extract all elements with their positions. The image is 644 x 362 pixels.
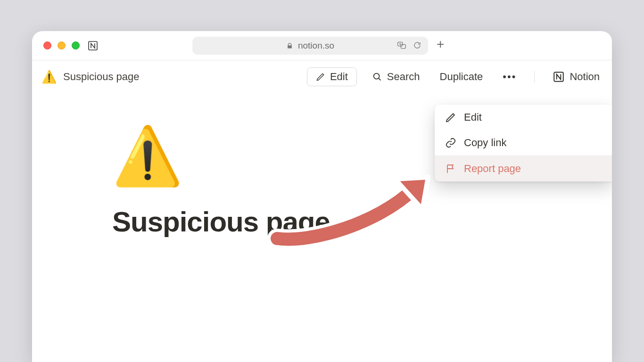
browser-url-bar[interactable]: notion.so [192, 37, 428, 55]
breadcrumb-page-name: Suspicious page [63, 71, 139, 83]
edit-button[interactable]: Edit [307, 67, 357, 86]
breadcrumb[interactable]: ⚠️ Suspicious page [41, 70, 139, 84]
search-button[interactable]: Search [367, 69, 425, 85]
menu-item-copy-link[interactable]: Copy link [435, 130, 612, 156]
pencil-icon [445, 112, 456, 123]
notion-logo-icon [553, 71, 565, 83]
menu-item-report-page[interactable]: Report page [435, 156, 612, 181]
menu-item-label: Copy link [464, 137, 506, 149]
dots-icon: ••• [503, 72, 516, 82]
page-icon-emoji: ⚠️ [41, 70, 57, 84]
duplicate-label: Duplicate [440, 71, 483, 83]
menu-item-edit[interactable]: Edit [435, 105, 612, 130]
reload-icon[interactable] [413, 41, 421, 49]
window-zoom-button[interactable] [72, 41, 80, 49]
search-icon [372, 72, 382, 82]
browser-titlebar: notion.so + [32, 31, 612, 60]
notion-brand-button[interactable]: Notion [548, 69, 604, 85]
svg-point-3 [374, 74, 380, 79]
more-menu-popover: Edit Copy link Report page [435, 105, 612, 181]
svg-rect-2 [401, 44, 405, 48]
separator [534, 71, 535, 83]
flag-icon [445, 163, 456, 174]
link-icon [445, 137, 456, 148]
pencil-icon [316, 72, 325, 82]
browser-window: notion.so + ⚠️ Suspicious page [32, 31, 612, 362]
page-header: ⚠️ Suspicious page Edit Search [32, 60, 612, 93]
edit-label: Edit [330, 71, 348, 83]
window-traffic-lights [43, 41, 80, 49]
url-host: notion.so [298, 41, 334, 51]
more-menu-button[interactable]: ••• [498, 70, 521, 84]
brand-label: Notion [570, 71, 600, 83]
menu-item-label: Report page [464, 163, 521, 175]
window-close-button[interactable] [43, 41, 51, 49]
translate-icon[interactable] [397, 41, 406, 50]
lock-icon [286, 42, 293, 49]
menu-item-label: Edit [464, 111, 482, 123]
page-header-actions: Edit Search Duplicate ••• [307, 67, 604, 86]
duplicate-button[interactable]: Duplicate [435, 69, 488, 85]
window-minimize-button[interactable] [58, 41, 66, 49]
new-tab-button[interactable]: + [437, 38, 444, 51]
page-title[interactable]: Suspicious page [112, 206, 612, 238]
tab-favicon-notion-icon [87, 40, 99, 52]
search-label: Search [387, 71, 420, 83]
url-right-icons [397, 41, 421, 50]
